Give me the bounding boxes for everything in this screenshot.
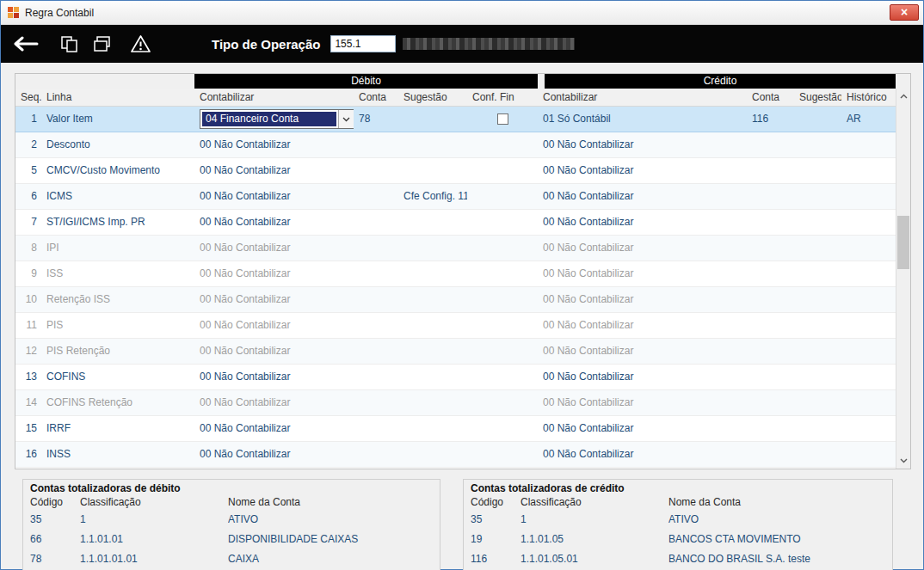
cell-credit-sugestao (794, 313, 841, 338)
conf-fin-checkbox[interactable] (497, 113, 508, 125)
copy-button[interactable] (56, 31, 83, 58)
vertical-scrollbar[interactable] (896, 89, 910, 469)
column-header-9: Sugestão (794, 89, 841, 106)
cell-debit-conta (354, 390, 398, 415)
cell-credit-sugestao (794, 236, 841, 260)
cell-credit-contabilizar: 00 Não Contabilizar (538, 365, 747, 389)
totals-row: 1161.1.01.05.01BANCO DO BRASIL S.A. test… (471, 549, 884, 569)
cell-credit-conta (747, 236, 794, 260)
cell-debit-contabilizar: 00 Não Contabilizar (194, 313, 354, 338)
column-header-2: Linha (41, 89, 194, 106)
cell-debit-sugestao (398, 210, 467, 235)
column-header-6: Conf. Fin (467, 89, 538, 106)
cell-credit-conta (747, 132, 794, 157)
duplicate-button[interactable] (89, 31, 116, 58)
cell-debit-sugestao (398, 390, 467, 415)
cell-seq: 15 (15, 416, 41, 441)
contabilizar-combobox[interactable]: 04 Financeiro Conta (200, 109, 354, 129)
table-row[interactable]: 15IRRF00 Não Contabilizar00 Não Contabil… (15, 416, 896, 442)
table-row[interactable]: 9ISS00 Não Contabilizar00 Não Contabiliz… (15, 261, 896, 287)
totals-codigo: 116 (471, 549, 521, 569)
cell-debit-contabilizar: 00 Não Contabilizar (194, 390, 354, 415)
totals-nome-conta: BANCOS CTA MOVIMENTO (668, 530, 884, 549)
cell-credit-sugestao (794, 365, 841, 389)
column-header-7: Contabilizar (538, 89, 747, 106)
table-row[interactable]: 1Valor Item04 Financeiro Conta7801 Só Co… (15, 107, 896, 132)
scrollbar-corner (896, 74, 910, 89)
cell-linha: PIS (41, 313, 194, 338)
warning-button[interactable] (126, 31, 155, 57)
cell-historico (841, 339, 896, 364)
credit-group-header: Crédito (545, 74, 896, 89)
operation-description-redacted (403, 38, 575, 50)
cell-debit-conta (354, 236, 398, 260)
cell-credit-conta (747, 390, 794, 415)
cell-seq: 1 (15, 107, 41, 132)
totals-row: 351ATIVO (30, 510, 431, 530)
totals-nome-conta: CAIXA (228, 549, 431, 569)
cell-debit-sugestao (398, 236, 467, 260)
toolbar: Tipo de Operação (1, 25, 923, 63)
cell-historico (841, 442, 896, 467)
table-row[interactable]: 2Desconto00 Não Contabilizar00 Não Conta… (15, 132, 896, 158)
close-button[interactable]: × (890, 4, 919, 21)
table-row[interactable]: 13COFINS00 Não Contabilizar00 Não Contab… (15, 365, 896, 390)
scroll-up-button[interactable] (896, 89, 910, 104)
cell-credit-contabilizar: 00 Não Contabilizar (538, 339, 747, 364)
titlebar[interactable]: Regra Contabil × (1, 1, 923, 25)
cell-credit-contabilizar: 00 Não Contabilizar (538, 158, 747, 183)
table-row[interactable]: 10Retenção ISS00 Não Contabilizar00 Não … (15, 287, 896, 313)
cell-debit-sugestao (398, 132, 467, 157)
cell-credit-conta (747, 158, 794, 183)
cell-credit-contabilizar: 00 Não Contabilizar (538, 210, 747, 235)
cell-seq: 16 (15, 442, 41, 467)
scroll-down-button[interactable] (896, 453, 910, 469)
table-row[interactable]: 14COFINS Retenção00 Não Contabilizar00 N… (15, 390, 896, 416)
cell-credit-sugestao (794, 132, 841, 157)
back-button[interactable] (9, 33, 42, 55)
cell-debit-sugestao (398, 158, 467, 183)
table-header-row: Seq.LinhaContabilizarContaSugestãoConf. … (15, 89, 896, 107)
cell-debit-contabilizar: 00 Não Contabilizar (194, 210, 354, 235)
cell-conf-fin (467, 339, 538, 364)
debit-totals-columns: CódigoClassificaçãoNome da Conta (30, 495, 431, 510)
table-row[interactable]: 7ST/IGI/ICMS Imp. PR00 Não Contabilizar0… (15, 210, 896, 236)
debit-totals-column-2: Classificação (80, 495, 228, 510)
table-row[interactable]: 5CMCV/Custo Movimento00 Não Contabilizar… (15, 158, 896, 184)
cell-credit-conta (747, 184, 794, 209)
cell-debit-contabilizar: 00 Não Contabilizar (194, 287, 354, 312)
scrollbar-thumb[interactable] (897, 216, 909, 269)
totals-codigo: 66 (30, 530, 80, 549)
totals-codigo: 35 (471, 510, 521, 530)
cell-debit-conta (354, 416, 398, 441)
column-header-5: Sugestão (398, 89, 467, 106)
cell-credit-contabilizar: 00 Não Contabilizar (538, 442, 747, 467)
totals-classificacao: 1 (521, 510, 668, 530)
table-row[interactable]: 6ICMS00 Não ContabilizarCfe Config. 1150… (15, 184, 896, 210)
cell-seq: 2 (15, 132, 41, 157)
debit-totals-title: Contas totalizadoras de débito (30, 482, 431, 495)
cell-debit-contabilizar: 04 Financeiro Conta (194, 107, 354, 132)
cell-historico (841, 158, 896, 183)
cell-conf-fin (467, 210, 538, 235)
cell-historico (841, 132, 896, 157)
cell-historico (841, 236, 896, 260)
cell-credit-conta (747, 287, 794, 312)
cell-credit-sugestao (794, 210, 841, 235)
scrollbar-track[interactable] (896, 104, 910, 453)
table-row[interactable]: 16INSS00 Não Contabilizar00 Não Contabil… (15, 442, 896, 468)
cell-linha: IRRF (41, 416, 194, 441)
cell-debit-conta (354, 132, 398, 157)
cell-conf-fin (467, 158, 538, 183)
close-icon: × (901, 5, 908, 19)
credit-totals-column-2: Classificação (521, 495, 668, 510)
debit-group-header: Débito (194, 74, 538, 89)
cell-seq: 14 (15, 390, 41, 415)
table-row[interactable]: 12PIS Retenção00 Não Contabilizar00 Não … (15, 339, 896, 365)
combobox-dropdown-icon[interactable] (338, 110, 354, 128)
table-row[interactable]: 8IPI00 Não Contabilizar00 Não Contabiliz… (15, 236, 896, 261)
operation-code-input[interactable] (330, 35, 396, 52)
totals-nome-conta: ATIVO (228, 510, 431, 530)
cell-debit-sugestao (398, 365, 467, 389)
table-row[interactable]: 11PIS00 Não Contabilizar00 Não Contabili… (15, 313, 896, 339)
